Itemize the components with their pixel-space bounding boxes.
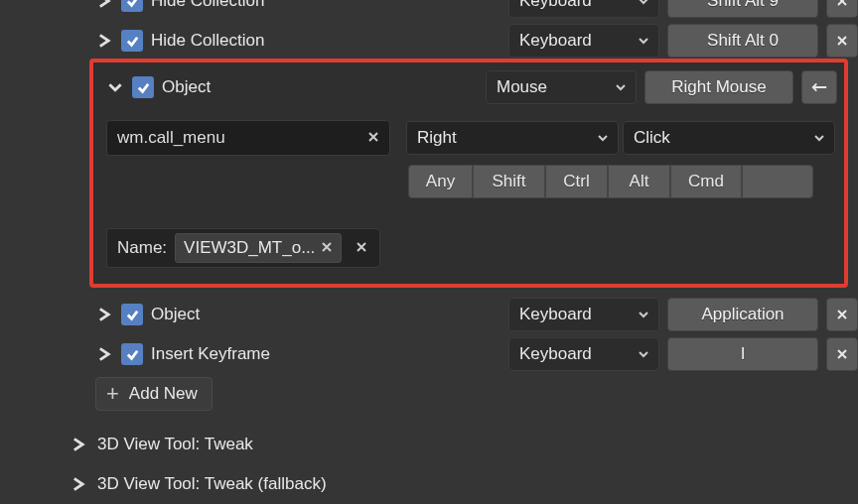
device-dropdown[interactable]: Mouse — [486, 70, 637, 104]
chevron-down-icon — [639, 31, 648, 51]
click-mode-dropdown[interactable]: Click — [623, 121, 835, 155]
add-new-button[interactable]: + Add New — [95, 377, 213, 411]
device-dropdown[interactable]: Keyboard — [508, 337, 659, 371]
mod-ctrl[interactable]: Ctrl — [545, 165, 608, 198]
property-name-label: Name: — [117, 238, 167, 258]
remove-button[interactable] — [826, 0, 858, 18]
enable-checkbox[interactable] — [121, 304, 143, 325]
expand-chevron[interactable] — [95, 0, 113, 10]
keymap-row: Hide Collection Keyboard Shift Alt 0 — [0, 21, 858, 61]
keymap-category[interactable]: 3D View Tool: Tweak (fallback) — [0, 464, 858, 504]
keymap-label: Object — [162, 77, 478, 97]
operator-input[interactable]: wm.call_menu — [106, 120, 390, 156]
expand-chevron[interactable] — [95, 32, 113, 50]
key-binding[interactable]: Shift Alt 0 — [667, 24, 818, 58]
device-dropdown[interactable]: Keyboard — [508, 0, 659, 18]
enable-checkbox[interactable] — [121, 343, 143, 365]
key-binding[interactable]: Right Mouse — [644, 70, 793, 104]
mod-extra[interactable] — [742, 165, 813, 198]
key-binding[interactable]: I — [667, 337, 818, 371]
keymap-row: Insert Keyframe Keyboard I — [0, 334, 858, 374]
remove-button[interactable] — [826, 24, 858, 58]
chevron-down-icon — [616, 77, 626, 97]
key-binding[interactable]: Application — [667, 298, 818, 331]
keymap-row: Hide Collection Keyboard Shift Alt 9 — [0, 0, 858, 21]
chevron-down-icon — [639, 344, 648, 364]
property-name-field: Name: VIEW3D_MT_o... — [106, 228, 380, 268]
remove-button[interactable] — [826, 337, 858, 371]
chevron-down-icon — [598, 128, 608, 148]
enable-checkbox[interactable] — [121, 0, 143, 12]
expand-chevron[interactable] — [70, 475, 87, 493]
keymap-label: Insert Keyframe — [151, 344, 500, 364]
remove-button[interactable] — [826, 298, 858, 331]
keymap-label: Hide Collection — [151, 31, 500, 51]
restore-button[interactable] — [801, 70, 837, 104]
keymap-label: Hide Collection — [151, 0, 500, 11]
property-name-input[interactable]: VIEW3D_MT_o... — [175, 233, 342, 263]
category-label: 3D View Tool: Tweak — [97, 435, 253, 454]
expand-chevron[interactable] — [95, 345, 113, 363]
chevron-down-icon — [814, 128, 824, 148]
mod-alt[interactable]: Alt — [608, 165, 670, 198]
chevron-down-icon — [639, 305, 648, 324]
key-binding[interactable]: Shift Alt 9 — [667, 0, 818, 18]
chevron-down-icon — [639, 0, 648, 11]
remove-property-icon[interactable] — [350, 238, 373, 258]
keymap-label: Object — [151, 305, 500, 324]
mod-cmd[interactable]: Cmd — [670, 165, 742, 198]
keymap-category[interactable]: 3D View Tool: Tweak — [0, 425, 858, 464]
clear-icon[interactable] — [367, 128, 379, 148]
device-dropdown[interactable]: Keyboard — [508, 24, 659, 58]
enable-checkbox[interactable] — [121, 30, 143, 52]
collapse-chevron[interactable] — [106, 78, 124, 96]
expand-chevron[interactable] — [95, 306, 113, 323]
plus-icon: + — [106, 383, 119, 405]
clear-icon[interactable] — [321, 238, 333, 258]
keymap-row: Object Keyboard Application — [0, 295, 858, 334]
category-label: 3D View Tool: Tweak (fallback) — [97, 474, 327, 494]
expand-chevron[interactable] — [70, 436, 87, 453]
device-dropdown[interactable]: Keyboard — [508, 298, 659, 331]
expanded-keymap-item: Object Mouse Right Mouse wm.call_menu Ri… — [89, 59, 848, 288]
mod-any[interactable]: Any — [408, 165, 473, 198]
mod-shift[interactable]: Shift — [473, 165, 545, 198]
mouse-side-dropdown[interactable]: Right — [406, 121, 619, 155]
enable-checkbox[interactable] — [132, 76, 154, 98]
